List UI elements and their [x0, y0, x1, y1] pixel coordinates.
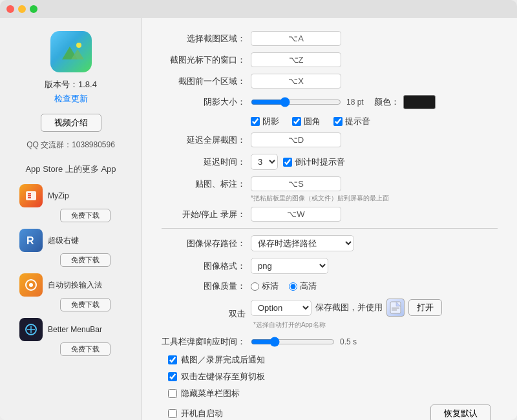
- svg-point-2: [76, 43, 81, 48]
- sd-radio-item[interactable]: 标清: [251, 280, 279, 292]
- shadow-checkbox[interactable]: [251, 117, 260, 126]
- myzip-download[interactable]: 免费下载: [60, 209, 111, 222]
- countdown-label: 倒计时提示音: [295, 156, 345, 168]
- svg-rect-16: [392, 310, 397, 311]
- shadow-size-label: 阴影大小：: [162, 96, 246, 108]
- app-item-myzip: MyZip 免费下载: [6, 184, 135, 222]
- double-click-row: 双击 Option Command Control 保存截图，并使用 打开 *选…: [162, 299, 498, 330]
- svg-rect-15: [392, 308, 399, 309]
- toolbar-delay-row: 工具栏弹窗响应时间： 0.5 s: [162, 336, 498, 348]
- shadow-size-row: 阴影大小： 18 pt 颜色：: [162, 95, 498, 109]
- hide-menu-checkbox[interactable]: [168, 389, 177, 398]
- color-picker[interactable]: [403, 95, 436, 109]
- countdown-checkbox[interactable]: [283, 158, 292, 167]
- restore-default-button[interactable]: 恢复默认: [430, 404, 491, 420]
- shadow-checkbox-item[interactable]: 阴影: [251, 116, 279, 127]
- select-area-row: 选择截图区域： ⌥A: [162, 31, 498, 46]
- ime-icon: [19, 273, 43, 297]
- save-clipboard-checkbox[interactable]: [168, 372, 177, 381]
- auto-start-row: 开机自启动: [168, 408, 223, 419]
- app-item-ime: 自动切换输入法 免费下载: [6, 273, 135, 311]
- sound-checkbox[interactable]: [333, 117, 343, 126]
- svg-point-9: [29, 283, 33, 287]
- menubar-download[interactable]: 免费下载: [60, 342, 111, 356]
- checkbox-row-1: 阴影 圆角 提示音: [251, 116, 498, 127]
- delay-time-row: 延迟时间： 1 2 3 4 5 倒计时提示音: [162, 154, 498, 170]
- open-button[interactable]: 打开: [408, 299, 442, 316]
- close-button[interactable]: [6, 5, 14, 13]
- record-screen-shortcut[interactable]: ⌥W: [251, 207, 341, 222]
- save-clipboard-row: 双击左键保存至剪切板: [168, 371, 498, 383]
- restore-row: 开机自启动 恢复默认: [162, 404, 498, 420]
- save-path-label: 图像保存路径：: [162, 238, 246, 249]
- toolbar-delay-value: 0.5 s: [340, 337, 357, 346]
- sd-label: 标清: [262, 280, 279, 292]
- select-area-label: 选择截图区域：: [162, 33, 246, 45]
- mountain-icon: [57, 41, 85, 62]
- window-capture-row: 截图光标下的窗口： ⌥Z: [162, 52, 498, 67]
- svg-rect-5: [28, 195, 31, 196]
- auto-start-label: 开机自启动: [181, 408, 223, 419]
- round-corner-checkbox-item[interactable]: 圆角: [292, 116, 321, 127]
- open-app-note: *选择自动打开的App名称: [253, 320, 326, 330]
- ime-download[interactable]: 免费下载: [60, 298, 111, 311]
- save-capture-label: 保存截图，并使用: [315, 302, 383, 313]
- sound-label: 提示音: [345, 116, 370, 127]
- hd-radio-item[interactable]: 高清: [289, 280, 317, 292]
- image-format-select[interactable]: png jpg tiff: [251, 258, 328, 274]
- paste-image-shortcut[interactable]: ⌥S: [251, 176, 341, 191]
- app-item-menubar: Better MenuBar 免费下载: [6, 318, 135, 356]
- double-click-label: 双击: [162, 308, 246, 320]
- record-screen-row: 开始/停止 录屏： ⌥W: [162, 207, 498, 222]
- hd-radio[interactable]: [289, 282, 297, 291]
- app-item-rightclick: R 超级右键 免费下载: [6, 229, 135, 267]
- select-area-shortcut[interactable]: ⌥A: [251, 31, 341, 46]
- paste-image-row: 贴图、标注： ⌥S: [162, 176, 498, 191]
- save-path-select[interactable]: 保存时选择路径: [251, 235, 354, 251]
- record-screen-label: 开始/停止 录屏：: [162, 209, 246, 220]
- auto-start-checkbox[interactable]: [168, 409, 177, 418]
- more-apps-title: App Store 上的更多 App: [25, 163, 116, 175]
- image-format-row: 图像格式： png jpg tiff: [162, 258, 498, 274]
- window-capture-shortcut[interactable]: ⌥Z: [251, 52, 341, 67]
- color-label: 颜色：: [374, 96, 399, 108]
- minimize-button[interactable]: [18, 5, 26, 13]
- round-corner-checkbox[interactable]: [292, 117, 301, 126]
- toolbar-delay-label: 工具栏弹窗响应时间：: [162, 336, 246, 348]
- image-quality-row: 图像质量： 标清 高清: [162, 280, 498, 292]
- image-format-label: 图像格式：: [162, 260, 246, 272]
- toolbar-delay-slider[interactable]: [251, 337, 335, 347]
- settings-panel: 选择截图区域： ⌥A 截图光标下的窗口： ⌥Z 截图前一个区域： ⌥X 阴影大小…: [142, 18, 517, 420]
- paste-image-label: 贴图、标注：: [162, 178, 246, 190]
- save-clipboard-label: 双击左键保存至剪切板: [181, 371, 265, 383]
- delay-time-select[interactable]: 1 2 3 4 5: [251, 154, 278, 170]
- qq-group: QQ 交流群：1038980596: [26, 140, 115, 151]
- notify-checkbox[interactable]: [168, 355, 177, 364]
- hide-menu-label: 隐藏菜单栏图标: [181, 388, 240, 399]
- prev-area-label: 截图前一个区域：: [162, 76, 246, 87]
- bottom-checkboxes: 截图／录屏完成后通知 双击左键保存至剪切板 隐藏菜单栏图标 开机自启动 恢复默认: [162, 354, 498, 420]
- countdown-checkbox-item[interactable]: 倒计时提示音: [283, 156, 345, 168]
- notify-row: 截图／录屏完成后通知: [168, 354, 498, 366]
- app-icon: [50, 31, 92, 72]
- rightclick-download[interactable]: 免费下载: [60, 253, 111, 267]
- prev-area-shortcut[interactable]: ⌥X: [251, 74, 341, 89]
- ime-name: 自动切换输入法: [48, 280, 102, 291]
- shadow-slider[interactable]: [251, 97, 341, 107]
- maximize-button[interactable]: [30, 5, 37, 13]
- sidebar: 版本号：1.8.4 检查更新 视频介绍 QQ 交流群：1038980596 Ap…: [0, 18, 142, 420]
- sd-radio[interactable]: [251, 282, 259, 291]
- menubar-icon: [19, 318, 43, 341]
- paste-note: *把粘贴板里的图像（或文件）贴到屏幕的最上面: [251, 194, 498, 203]
- video-btn[interactable]: 视频介绍: [41, 114, 101, 132]
- menubar-name: Better MenuBar: [48, 325, 102, 334]
- delay-fullscreen-shortcut[interactable]: ⌥D: [251, 132, 341, 147]
- svg-rect-6: [28, 197, 31, 198]
- update-link[interactable]: 检查更新: [54, 93, 88, 105]
- notify-label: 截图／录屏完成后通知: [181, 354, 265, 366]
- sound-checkbox-item[interactable]: 提示音: [333, 116, 370, 127]
- double-click-select[interactable]: Option Command Control: [251, 300, 311, 316]
- myzip-icon: [19, 184, 43, 207]
- shadow-checkbox-label: 阴影: [262, 116, 279, 127]
- app-file-icon: [386, 299, 405, 317]
